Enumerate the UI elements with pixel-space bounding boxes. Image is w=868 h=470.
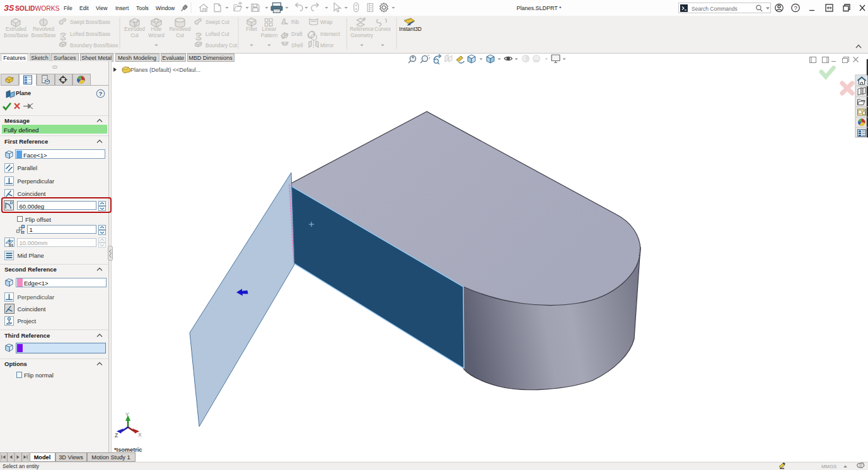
svg-text:MMGS: MMGS (821, 464, 836, 469)
